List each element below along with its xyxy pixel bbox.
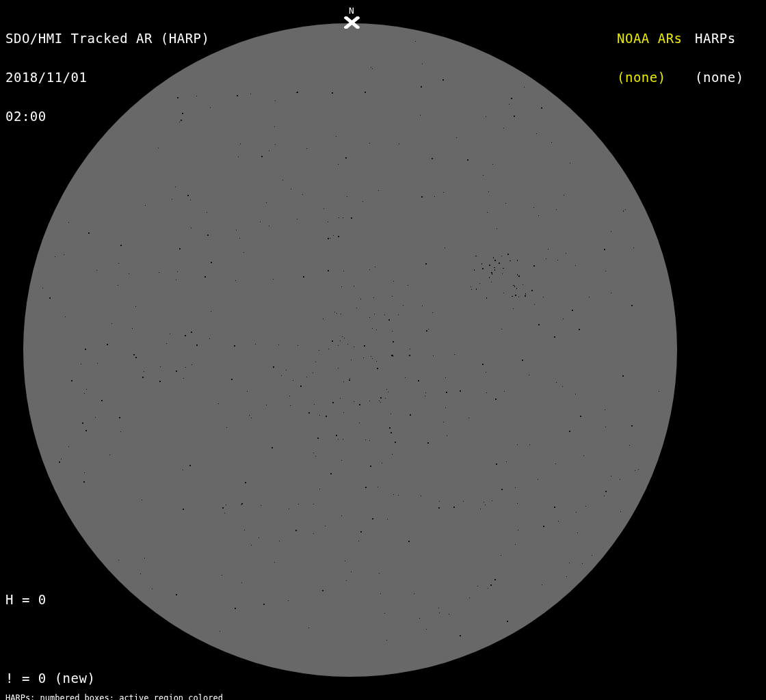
frame-header: SDO/HMI Tracked AR (HARP) 2018/11/01 02:… [5, 6, 209, 149]
north-pole-cross-icon [344, 16, 360, 29]
noaa-ar-counter: NOAA ARs (none) [617, 6, 683, 110]
noaa-ar-counter-label: NOAA ARs [617, 32, 683, 45]
frame-title: SDO/HMI Tracked AR (HARP) [5, 32, 209, 45]
harps-counter: HARPs (none) [695, 6, 744, 110]
frame-date: 2018/11/01 [5, 71, 209, 84]
legend-h-count: H = 0 [5, 593, 161, 606]
frame-time: 02:00 [5, 110, 209, 123]
north-pole-indicator: N [342, 6, 361, 29]
noaa-ar-counter-value: (none) [617, 71, 683, 84]
harps-counter-value: (none) [695, 71, 744, 84]
caption-footer: HARPs: numbered boxes; active region col… [5, 677, 292, 700]
caption-harps: HARPs: numbered boxes; active region col… [5, 694, 292, 700]
north-label: N [342, 6, 361, 16]
harps-counter-label: HARPs [695, 32, 744, 45]
